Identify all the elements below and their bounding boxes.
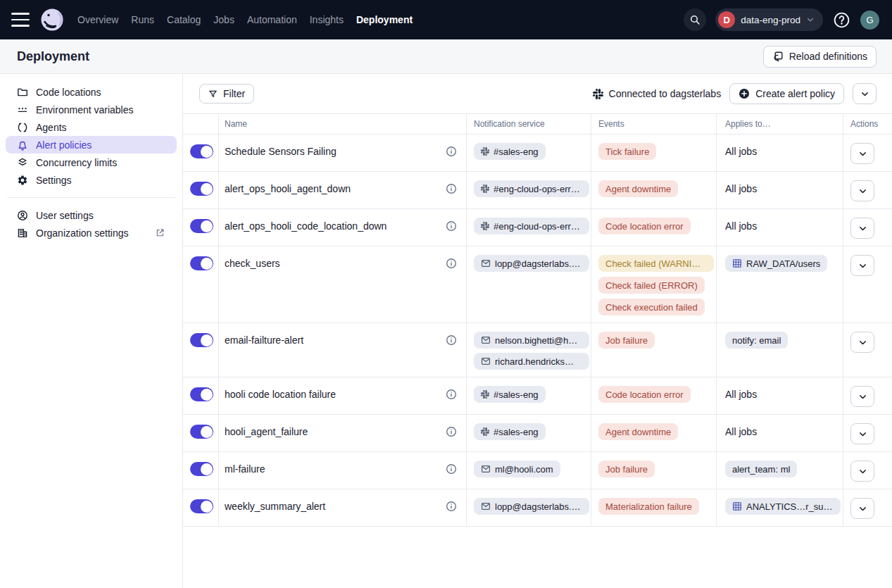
deployment-sidebar: Code locations Environment variables Age… xyxy=(0,74,183,588)
env-vars-icon xyxy=(17,104,28,115)
connected-label: Connected to dagsterlabs xyxy=(609,88,722,99)
sidebar-item-code-locations[interactable]: Code locations xyxy=(0,83,182,101)
policy-enabled-toggle[interactable] xyxy=(190,499,213,513)
search-icon xyxy=(689,14,701,25)
primary-nav: OverviewRunsCatalogJobsAutomationInsight… xyxy=(77,14,413,25)
policy-enabled-toggle[interactable] xyxy=(190,182,213,196)
info-icon[interactable] xyxy=(446,258,457,269)
sidebar-item-user-settings[interactable]: User settings xyxy=(0,206,182,224)
nav-item-insights[interactable]: Insights xyxy=(310,14,344,25)
applies-to-asset-badge: ANALYTICS…r_summary xyxy=(725,498,841,515)
alert-policy-row: alert_ops_hooli_agent_down #eng-cloud-op… xyxy=(183,172,892,209)
alert-policy-row: check_users lopp@dagsterlabs.com Check f… xyxy=(183,246,892,323)
info-icon[interactable] xyxy=(446,501,457,512)
event-badge: Agent downtime xyxy=(598,180,678,197)
event-badge: Job failure xyxy=(598,332,655,349)
slack-service-badge: #sales-eng xyxy=(474,386,546,403)
sidebar-item-concurrency-limits[interactable]: Concurrency limits xyxy=(0,154,182,171)
sidebar-item-label: Settings xyxy=(36,175,72,186)
nav-item-automation[interactable]: Automation xyxy=(247,14,297,25)
asset-table-icon xyxy=(732,258,742,268)
policy-enabled-toggle[interactable] xyxy=(190,387,213,401)
layers-icon xyxy=(17,157,28,168)
email-service-badge: richard.hendricks@hooli… xyxy=(474,353,589,370)
chevron-down-icon xyxy=(858,261,867,270)
page-title: Deployment xyxy=(17,49,89,64)
policy-name: email-failture-alert xyxy=(225,332,303,349)
slack-service-badge: #eng-cloud-ops-errors xyxy=(474,180,589,197)
topnav-right: D data-eng-prod G xyxy=(684,8,879,31)
sidebar-item-settings[interactable]: Settings xyxy=(0,171,182,189)
info-icon[interactable] xyxy=(446,426,457,437)
event-badge: Check execution failed xyxy=(598,299,705,315)
row-actions-button[interactable] xyxy=(850,143,874,164)
policy-enabled-toggle[interactable] xyxy=(190,219,213,233)
info-icon[interactable] xyxy=(446,463,457,475)
reload-definitions-button[interactable]: Reload definitions xyxy=(763,46,877,68)
nav-item-overview[interactable]: Overview xyxy=(77,14,118,25)
row-actions-button[interactable] xyxy=(850,180,874,201)
row-actions-button[interactable] xyxy=(850,332,874,353)
slack-service-badge: #sales-eng xyxy=(474,423,546,440)
slack-icon xyxy=(481,222,489,230)
row-actions-button[interactable] xyxy=(850,255,874,276)
reload-definitions-label: Reload definitions xyxy=(789,51,867,62)
nav-item-jobs[interactable]: Jobs xyxy=(213,14,234,25)
email-service-badge: nelson.bighetti@hooli.co… xyxy=(474,332,589,349)
info-icon[interactable] xyxy=(446,183,457,194)
event-badge: Check failed (WARNING) xyxy=(598,255,714,272)
nav-item-catalog[interactable]: Catalog xyxy=(167,14,201,25)
row-actions-button[interactable] xyxy=(850,423,874,444)
email-service-badge: lopp@dagsterlabs.com xyxy=(474,498,589,515)
info-icon[interactable] xyxy=(446,334,457,346)
org-switcher[interactable]: D data-eng-prod xyxy=(715,8,823,31)
event-badge: Check failed (ERROR) xyxy=(598,277,705,294)
info-icon[interactable] xyxy=(446,146,457,157)
organization-icon xyxy=(17,227,28,239)
sidebar-item-label: Code locations xyxy=(36,87,101,98)
col-header-notification-service: Notification service xyxy=(466,114,591,134)
sidebar-item-label: Organization settings xyxy=(36,227,129,239)
policy-enabled-toggle[interactable] xyxy=(190,462,213,476)
sidebar-item-organization-settings[interactable]: Organization settings xyxy=(0,224,182,242)
policy-enabled-toggle[interactable] xyxy=(190,333,213,347)
user-avatar[interactable]: G xyxy=(860,11,879,30)
more-actions-button[interactable] xyxy=(853,83,877,104)
sidebar-item-agents[interactable]: Agents xyxy=(0,118,182,136)
sidebar-item-alert-policies[interactable]: Alert policies xyxy=(6,136,177,154)
dagster-logo-icon[interactable] xyxy=(39,7,65,32)
sidebar-item-environment-variables[interactable]: Environment variables xyxy=(0,101,182,118)
info-icon[interactable] xyxy=(446,220,457,232)
filter-label: Filter xyxy=(223,88,245,99)
filter-button[interactable]: Filter xyxy=(199,84,254,104)
nav-item-deployment[interactable]: Deployment xyxy=(356,14,413,25)
policy-name: hooli_agent_failure xyxy=(225,423,308,440)
sidebar-divider xyxy=(7,197,175,198)
create-alert-policy-button[interactable]: Create alert policy xyxy=(729,83,844,104)
row-actions-button[interactable] xyxy=(850,461,874,482)
row-actions-button[interactable] xyxy=(850,218,874,239)
slack-connection-status: Connected to dagsterlabs xyxy=(593,88,722,99)
filter-icon xyxy=(208,89,218,99)
envelope-icon xyxy=(481,356,491,366)
policy-enabled-toggle[interactable] xyxy=(190,425,213,439)
policy-name: Schedule Sensors Failing xyxy=(225,143,337,160)
policy-name: alert_ops_hooli_code_location_down xyxy=(225,218,387,234)
nav-item-runs[interactable]: Runs xyxy=(131,14,154,25)
row-actions-button[interactable] xyxy=(850,386,874,407)
search-button[interactable] xyxy=(684,8,706,31)
info-icon[interactable] xyxy=(446,389,457,400)
policy-name: hooli code location failure xyxy=(225,386,336,403)
menu-icon[interactable] xyxy=(11,13,30,27)
applies-to-value: All jobs xyxy=(725,143,757,160)
policy-name: weekly_summary_alert xyxy=(225,498,325,515)
policy-enabled-toggle[interactable] xyxy=(190,256,213,270)
chevron-down-icon xyxy=(858,338,867,347)
policy-enabled-toggle[interactable] xyxy=(190,144,213,158)
asset-table-icon xyxy=(732,501,742,511)
help-button[interactable] xyxy=(832,11,851,30)
row-actions-button[interactable] xyxy=(850,498,874,519)
sidebar-item-label: Environment variables xyxy=(36,104,134,115)
event-badge: Code location error xyxy=(598,218,691,234)
event-badge: Code location error xyxy=(598,386,691,403)
